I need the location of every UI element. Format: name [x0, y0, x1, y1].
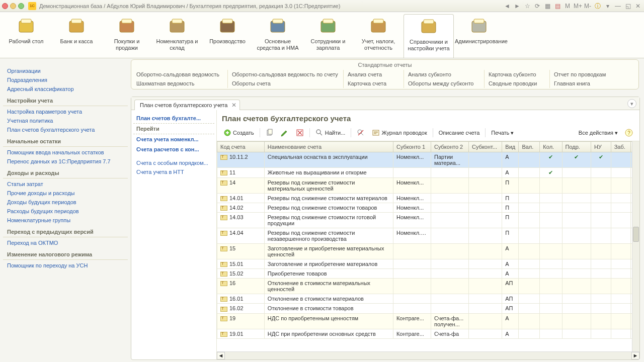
all-actions-button[interactable]: Все действия▾ — [576, 129, 620, 137]
column-header[interactable]: Кол. — [540, 142, 562, 152]
table-row[interactable]: 15.01Заготовление и приобретение материа… — [217, 259, 639, 269]
section-0[interactable]: Рабочий стол — [1, 14, 51, 58]
report-link[interactable]: Оборотно-сальдовая ведомость — [132, 70, 228, 79]
table-row[interactable]: 19НДС по приобретенным ценностямКонтраге… — [217, 313, 639, 329]
table-row[interactable]: 14Резервы под снижение стоимости материа… — [217, 178, 639, 194]
nav-link[interactable]: Подразделения — [3, 75, 128, 84]
delete-button[interactable] — [293, 128, 306, 138]
minimize-dot[interactable] — [10, 3, 16, 9]
nav-link[interactable]: Прочие доходы и расходы — [3, 189, 128, 198]
mplus-icon[interactable]: M+ — [574, 2, 582, 10]
inner-nav-sublink[interactable]: Счета с особым порядком... — [133, 158, 214, 167]
table-row[interactable]: 15.02Приобретение товаровА — [217, 269, 639, 279]
inner-nav-link[interactable]: Счета учета номенкл... — [133, 134, 214, 144]
nav-back-icon[interactable]: ◄ — [503, 2, 511, 10]
inner-nav-head[interactable]: План счетов бухгалте... — [133, 113, 214, 124]
journal-button[interactable]: Журнал проводок — [369, 128, 429, 138]
section-3[interactable]: Номенклатура и склад — [152, 14, 202, 58]
column-header[interactable]: Вал. — [519, 142, 540, 152]
nav-link[interactable]: Помощник по переходу на УСН — [3, 261, 128, 270]
table-row[interactable]: 15Заготовление и приобретение материальн… — [217, 244, 639, 259]
section-5[interactable]: Основные средства и НМА — [253, 14, 303, 58]
scroll-left-icon[interactable]: ◄ — [217, 352, 225, 359]
inner-nav-sublink[interactable]: Счета учета в НТТ — [133, 167, 214, 176]
cancel-search-button[interactable] — [354, 128, 367, 138]
nav-link[interactable]: Номенклатурные группы — [3, 216, 128, 225]
inner-nav-link[interactable]: Счета расчетов с кон... — [133, 144, 214, 154]
tab-plan-schetov[interactable]: План счетов бухгалтерского учета ✕ — [134, 100, 240, 110]
tab-close-icon[interactable]: ✕ — [231, 102, 236, 109]
section-2[interactable]: Покупки и продажи — [102, 14, 152, 58]
nav-link[interactable]: Доходы будущих периодов — [3, 198, 128, 207]
history-icon[interactable]: ⟳ — [533, 2, 541, 10]
horizontal-scrollbar[interactable]: ◄ ► — [217, 351, 639, 359]
section-8[interactable]: Справочники и настройки учета — [404, 14, 454, 58]
column-header[interactable]: Вид — [502, 142, 519, 152]
scroll-right-icon[interactable]: ► — [631, 352, 639, 359]
nav-link[interactable]: Учетная политика — [3, 116, 128, 125]
report-link[interactable]: Обороты между субконто — [404, 79, 485, 88]
vertical-scrollbar[interactable] — [632, 141, 639, 351]
nav-link[interactable]: Перенос данных из 1С:Предприятия 7.7 — [3, 157, 128, 166]
win-minimize-icon[interactable]: — — [614, 2, 622, 10]
favorite-icon[interactable]: ☆ — [523, 2, 531, 10]
section-1[interactable]: Банк и касса — [51, 14, 102, 58]
column-header[interactable]: Субконт... — [469, 142, 502, 152]
m-icon[interactable]: M — [564, 2, 572, 10]
column-header[interactable]: Субконто 1 — [393, 142, 431, 152]
section-6[interactable]: Сотрудники и зарплата — [303, 14, 353, 58]
report-link[interactable]: Сводные проводки — [485, 79, 550, 88]
report-link[interactable]: Анализ счета — [344, 70, 404, 79]
column-header[interactable]: Заб. — [611, 142, 631, 152]
table-row[interactable]: 11Животные на выращивании и откормеА✔ — [217, 168, 639, 178]
table-row[interactable]: 16.01Отклонение в стоимости материаловАП — [217, 294, 639, 304]
table-row[interactable]: 14.01Резервы под снижение стоимости мате… — [217, 194, 639, 203]
column-header[interactable]: Подр. — [562, 142, 591, 152]
create-button[interactable]: Создать — [221, 128, 257, 138]
column-header[interactable]: НУ — [591, 142, 611, 152]
nav-link[interactable]: Переход на ОКТМО — [3, 238, 128, 247]
nav-link[interactable]: План счетов бухгалтерского учета — [3, 125, 128, 134]
table-row[interactable]: 10.11.2Специальная оснастка в эксплуатац… — [217, 152, 639, 168]
win-close-icon[interactable]: ✕ — [634, 2, 642, 10]
report-link[interactable]: Карточка счета — [344, 79, 404, 88]
calendar-icon[interactable]: ▤ — [553, 2, 561, 10]
table-row[interactable]: 14.04Резервы под снижение стоимости неза… — [217, 228, 639, 244]
report-link[interactable]: Оборотно-сальдовая ведомость по счету — [228, 70, 344, 79]
desc-button[interactable]: Описание счета — [436, 129, 482, 137]
table-row[interactable]: 14.02Резервы под снижение стоимости това… — [217, 203, 639, 213]
nav-fwd-icon[interactable]: ► — [513, 2, 521, 10]
copy-button[interactable] — [263, 128, 276, 138]
print-button[interactable]: Печать▾ — [489, 129, 516, 137]
expand-icon[interactable]: ▾ — [627, 99, 636, 108]
section-9[interactable]: Администрирование — [454, 14, 504, 58]
nav-link[interactable]: Статьи затрат — [3, 179, 128, 189]
report-link[interactable]: Отчет по проводкам — [550, 70, 620, 79]
section-7[interactable]: Учет, налоги, отчетность — [353, 14, 404, 58]
nav-link[interactable]: Настройка параметров учета — [3, 107, 128, 116]
nav-link[interactable]: Расходы будущих периодов — [3, 207, 128, 216]
accounts-table[interactable]: Код счетаНаименование счетаСубконто 1Суб… — [217, 141, 639, 339]
column-header[interactable]: Наименование счета — [264, 142, 393, 152]
win-restore-icon[interactable]: ◱ — [624, 2, 632, 10]
mminus-icon[interactable]: M- — [584, 2, 592, 10]
nav-link[interactable]: Организации — [3, 66, 128, 75]
report-link[interactable]: Анализ субконто — [404, 70, 485, 79]
close-dot[interactable] — [2, 3, 8, 9]
nav-link[interactable]: Адресный классификатор — [3, 84, 128, 94]
report-link[interactable]: Шахматная ведомость — [132, 79, 228, 88]
help-button[interactable]: ? — [622, 128, 635, 138]
dropdown-icon[interactable]: ▾ — [604, 2, 612, 10]
calc-icon[interactable]: ▦ — [543, 2, 551, 10]
nav-link[interactable]: Помощник ввода начальных остатков — [3, 148, 128, 157]
report-link[interactable]: Главная книга — [550, 79, 620, 88]
column-header[interactable]: Код счета — [217, 142, 265, 152]
table-row[interactable]: 14.03Резервы под снижение стоимости гото… — [217, 213, 639, 228]
report-link[interactable]: Обороты счета — [228, 79, 344, 88]
report-link[interactable]: Карточка субконто — [485, 70, 550, 79]
table-row[interactable]: 19.01НДС при приобретении основных средс… — [217, 329, 639, 338]
table-row[interactable]: 16Отклонение в стоимости материальных це… — [217, 279, 639, 294]
section-4[interactable]: Производство — [202, 14, 253, 58]
zoom-dot[interactable] — [18, 3, 24, 9]
edit-button[interactable] — [278, 128, 291, 138]
